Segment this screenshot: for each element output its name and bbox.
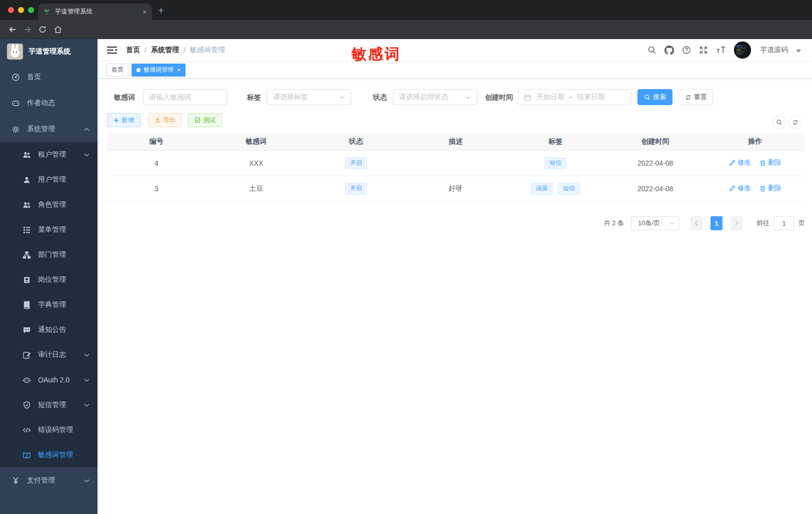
sidebar-item-audit-log[interactable]: 审计日志 [0,342,98,367]
username[interactable]: 芋道源码 [760,46,788,55]
test-button[interactable]: 测试 [188,113,222,127]
tags-view-bar: 首页 敏感词管理 × [98,62,812,79]
sidebar-toggle-icon[interactable] [107,46,117,54]
browser-tab-title: 芋道管理系统 [55,8,142,16]
badge-icon [22,275,31,284]
breadcrumb-home[interactable]: 首页 [126,46,140,55]
help-icon[interactable] [682,46,691,55]
add-button[interactable]: 新增 [107,113,140,127]
tag-badge: 短信 [558,183,580,195]
status-badge: 开启 [345,157,367,169]
sidebar-item-author-news[interactable]: 作者动态 [0,90,98,116]
chat-face-icon [11,99,20,108]
keyword-input[interactable] [149,93,221,101]
tag-filter-label: 标签 [247,89,261,105]
current-page[interactable]: 1 [710,216,722,230]
header-search-icon[interactable] [648,46,656,55]
close-window-button[interactable] [8,7,14,13]
tag-home[interactable]: 首页 [106,64,128,77]
app-title: 芋道管理系统 [28,47,70,56]
export-button[interactable]: 导出 [148,113,182,127]
reload-icon[interactable] [38,25,47,34]
next-page-button[interactable] [730,216,742,230]
date-range-picker[interactable]: 开始日期 - 结束日期 [518,89,631,105]
logo-rabbit-avatar [7,44,23,60]
calendar-icon [524,94,532,101]
yen-icon [11,476,20,485]
window-controls[interactable] [8,7,34,13]
roles-icon [22,200,31,209]
book-icon [22,300,31,309]
breadcrumb-current: 敏感词管理 [190,46,225,55]
minimize-window-button[interactable] [18,7,24,13]
reset-button[interactable]: 重置 [678,89,713,105]
sidebar-item-dict[interactable]: 字典管理 [0,292,98,317]
chevron-down-icon [84,378,90,382]
browser-tab[interactable]: 芋道管理系统 × [38,4,152,20]
home-icon[interactable] [54,25,62,34]
sidebar-item-post[interactable]: 岗位管理 [0,267,98,292]
sidebar-item-error-code[interactable]: 错误码管理 [0,417,98,442]
sidebar-item-sms[interactable]: 短信管理 [0,392,98,417]
user-icon [22,175,31,184]
browser-tab-strip: 芋道管理系统 × + [0,0,812,20]
toggle-search-button[interactable] [772,116,786,129]
sidebar-item-home[interactable]: 首页 [0,64,98,90]
pagination: 共 2 条 10条/页 1 前往 页 [604,216,805,230]
tag-sensitive-word[interactable]: 敏感词管理 × [132,64,186,77]
sidebar-item-pay[interactable]: 支付管理 [0,467,98,493]
sidebar-item-role[interactable]: 角色管理 [0,192,98,217]
col-ops: 操作 [705,133,805,150]
search-button[interactable]: 搜索 [638,89,672,105]
col-status: 状态 [306,133,406,150]
col-desc: 描述 [406,133,506,150]
font-size-icon[interactable] [716,46,726,55]
edit-link[interactable]: 修改 [729,184,751,193]
table-row: 4 XXX 开启 短信 2022-04-08 修改 删除 [106,150,805,176]
delete-link[interactable]: 删除 [760,158,782,167]
prev-page-button[interactable] [690,216,702,230]
date-end-placeholder: 结束日期 [577,93,605,102]
page-size-select[interactable]: 10条/页 [631,216,680,230]
col-tags: 标签 [506,133,606,150]
status-select[interactable]: 请选择启用状态 [393,89,477,105]
goto-page-input[interactable] [774,216,794,230]
sidebar-item-user[interactable]: 用户管理 [0,167,98,192]
sidebar-item-menu[interactable]: 菜单管理 [0,217,98,242]
sidebar-item-oauth[interactable]: OAuth 2.0 [0,367,98,392]
keyword-label: 敏感词 [114,89,135,105]
tree-list-icon [22,225,31,234]
total-count: 共 2 条 [604,219,624,228]
delete-link[interactable]: 删除 [760,184,782,193]
sidebar-item-system[interactable]: 系统管理 [0,116,98,142]
fullscreen-icon[interactable] [699,46,708,55]
refresh-table-button[interactable] [788,116,802,129]
tab-close-icon[interactable]: × [142,8,147,16]
tag-close-icon[interactable]: × [177,67,180,74]
chevron-down-icon [466,96,471,99]
zoom-window-button[interactable] [28,7,34,13]
sidebar-logo[interactable]: 芋道管理系统 [0,39,98,64]
shield-check-icon [22,400,31,409]
chevron-down-icon [84,479,90,482]
sidebar-item-sensitive-word[interactable]: 敏感词管理 [0,442,98,467]
new-tab-button[interactable]: + [158,5,164,17]
sensitive-word-table: 编号 敏感词 状态 描述 标签 创建时间 操作 4 XXX 开启 短信 2022… [106,133,805,202]
main-area: 首页 / 系统管理 / 敏感词管理 芋道源码 敏感词 首页 [98,39,812,514]
caret-down-icon[interactable] [796,50,801,53]
page-suffix: 页 [798,219,805,228]
tag-select[interactable]: 请选择标签 [267,89,351,105]
table-row: 3 土豆 开启 好呀 蔬菜 短信 2022-04-08 修改 删除 [106,176,805,201]
breadcrumb-system[interactable]: 系统管理 [151,46,179,55]
chevron-up-icon [84,128,90,131]
forward-icon[interactable] [23,25,32,34]
sidebar-item-tenant[interactable]: 租户管理 [0,142,98,167]
user-avatar[interactable] [734,42,751,59]
back-icon[interactable] [8,25,17,34]
robot-icon [22,375,31,384]
sidebar-item-notice[interactable]: 通知公告 [0,317,98,342]
tag-badge: 短信 [544,157,566,169]
edit-link[interactable]: 修改 [729,158,751,167]
sidebar-item-dept[interactable]: 部门管理 [0,242,98,267]
github-icon[interactable] [664,46,674,55]
